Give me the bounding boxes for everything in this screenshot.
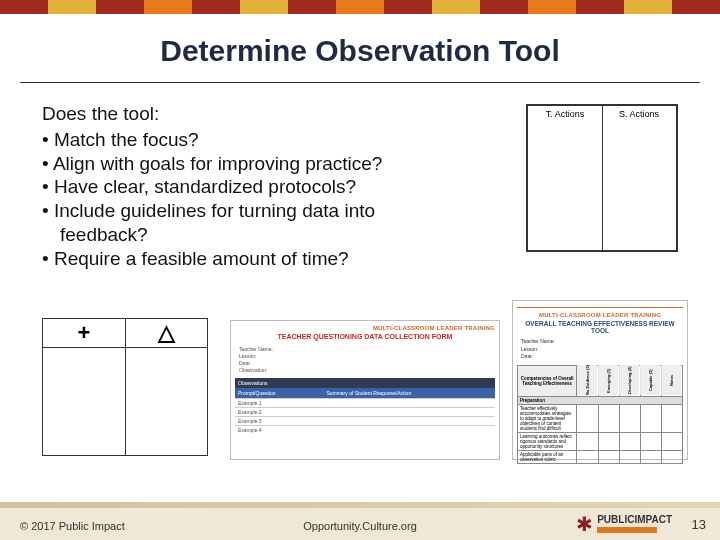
slide-title: Determine Observation Tool <box>0 34 720 68</box>
bullet-item: Include guidelines for turning data into… <box>42 199 452 247</box>
delta-header: △ <box>125 319 207 347</box>
t-chart-left-header: T. Actions <box>528 106 602 122</box>
form2-title: OVERALL TEACHING EFFECTIVENESS REVIEW TO… <box>517 320 683 334</box>
bullet-item: Match the focus? <box>42 128 452 152</box>
questioning-form-thumbnail: MULTI-CLASSROOM LEADER TRAINING TEACHER … <box>230 320 500 460</box>
bullet-item: Align with goals for improving practice? <box>42 152 452 176</box>
logo-icon: ✱ <box>576 512 593 536</box>
bullet-item: Have clear, standardized protocols? <box>42 175 452 199</box>
title-divider <box>20 82 700 83</box>
bullet-item: Require a feasible amount of time? <box>42 247 452 271</box>
plus-delta-chart: + △ <box>42 318 208 456</box>
t-chart-graphic: T. Actions S. Actions <box>526 104 678 252</box>
form1-title: TEACHER QUESTIONING DATA COLLECTION FORM <box>235 333 495 340</box>
plus-header: + <box>43 319 125 347</box>
t-chart-right-header: S. Actions <box>602 106 676 122</box>
effectiveness-tool-thumbnail: MULTI-CLASSROOM LEADER TRAINING OVERALL … <box>512 300 688 460</box>
page-number: 13 <box>692 517 706 532</box>
decorative-top-bar <box>0 0 720 14</box>
body-text: Does the tool: Match the focus?Align wit… <box>42 102 452 270</box>
form2-banner: MULTI-CLASSROOM LEADER TRAINING <box>517 312 683 318</box>
bullet-list: Match the focus?Align with goals for imp… <box>42 128 452 271</box>
form1-banner: MULTI-CLASSROOM LEADER TRAINING <box>235 325 495 331</box>
public-impact-logo: ✱ PUBLICIMPACT <box>576 512 672 536</box>
form1-section-header: Observations <box>235 378 495 388</box>
intro-text: Does the tool: <box>42 102 452 126</box>
footer: © 2017 Public Impact Opportunity.Culture… <box>0 498 720 540</box>
